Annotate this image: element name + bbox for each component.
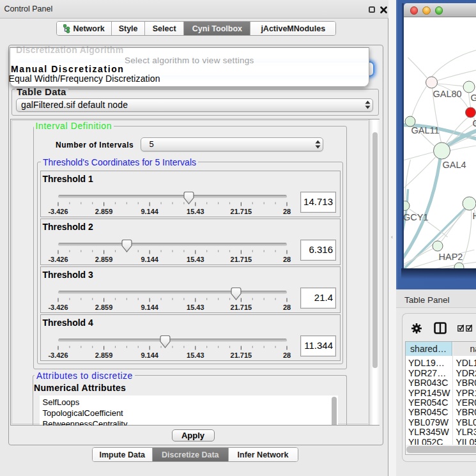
svg-text:GAL80: GAL80 — [433, 89, 461, 99]
svg-text:GAL3: GAL3 — [470, 93, 476, 103]
svg-text:C: C — [472, 118, 476, 128]
svg-text:GAL4: GAL4 — [442, 160, 466, 170]
svg-text:GAL11: GAL11 — [411, 125, 439, 135]
svg-text:HAP2: HAP2 — [438, 252, 463, 262]
svg-text:H: H — [472, 211, 476, 221]
svg-text:GCY1: GCY1 — [404, 212, 429, 222]
